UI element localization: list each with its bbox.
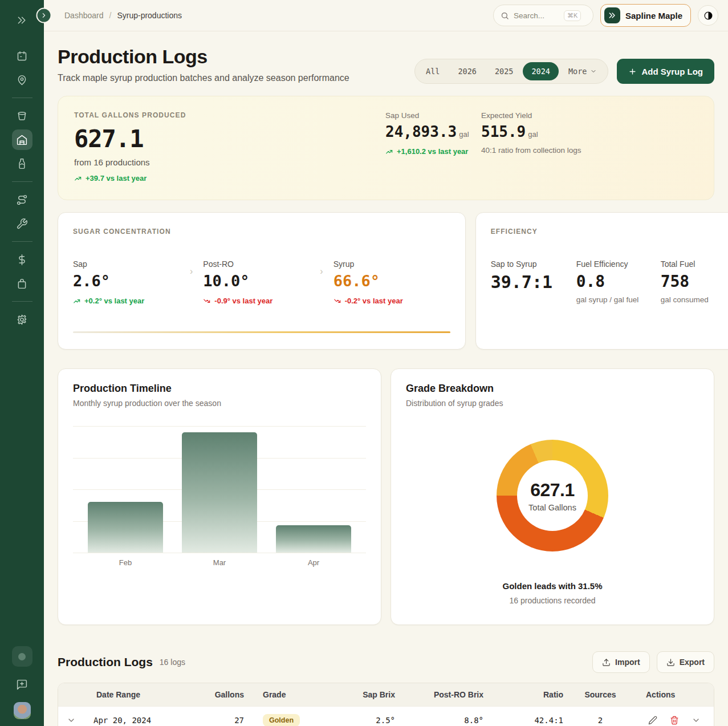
search-input[interactable]: [514, 11, 559, 20]
row-expand-chevron-icon[interactable]: [64, 713, 78, 726]
cell-date-range: Apr 20, 2024: [84, 716, 198, 725]
sidebar-item-bucket[interactable]: [12, 106, 32, 126]
breadcrumb-separator: /: [109, 11, 112, 20]
grade-caption-sub: 16 productions recorded: [510, 596, 596, 605]
sugar-postro-name: Post-RO: [203, 259, 320, 269]
total-gallons-value: 627.1: [74, 125, 385, 153]
filter-2024[interactable]: 2024: [523, 62, 559, 80]
trend-text: +1,610.2 vs last year: [397, 147, 468, 156]
download-icon: [666, 658, 675, 667]
filter-more[interactable]: More: [560, 62, 605, 80]
feedback-button[interactable]: [12, 674, 32, 695]
user-avatar[interactable]: [14, 702, 31, 719]
cell-post-ro-brix: 8.8°: [398, 716, 486, 725]
grade-breakdown-card: Grade Breakdown Distribution of syrup gr…: [391, 368, 714, 625]
route-icon: [16, 194, 28, 206]
sidebar-item-sales[interactable]: [12, 249, 32, 270]
status-tile[interactable]: [12, 646, 32, 667]
sidebar-collapse-icon[interactable]: [12, 10, 32, 30]
trash-icon[interactable]: [668, 713, 681, 726]
search-icon: [501, 11, 509, 20]
total-gallons-label: TOTAL GALLONS PRODUCED: [74, 111, 385, 119]
sidebar-divider: [12, 241, 32, 242]
calendar-icon: [16, 50, 28, 62]
efficiency-card-label: EFFICIENCY: [491, 228, 728, 236]
cell-grade: Golden: [247, 714, 338, 726]
trend-text: -0.9° vs last year: [214, 297, 273, 305]
sugar-sap-trend: +0.2° vs last year: [73, 297, 190, 305]
col-gallons[interactable]: Gallons: [198, 690, 247, 699]
trending-up-icon: [74, 175, 82, 182]
sidebar: [0, 0, 44, 726]
sidebar-divider: [12, 301, 32, 302]
topbar: Dashboard / Syrup-productions ⌘K Sapline…: [44, 0, 728, 31]
sap-used-label: Sap Used: [385, 111, 481, 120]
trend-text: +39.7 vs last year: [86, 174, 147, 182]
brand-button[interactable]: Sapline Maple: [600, 4, 691, 27]
upload-icon: [602, 658, 611, 667]
donut-chart[interactable]: 627.1 Total Gallons: [497, 440, 608, 551]
sidebar-item-wrench[interactable]: [12, 213, 32, 234]
col-date-range[interactable]: Date Range: [84, 690, 198, 699]
logs-table-body: Apr 20, 2024 27 Golden 2.5° 8.8° 42.4:1 …: [58, 706, 714, 726]
cell-sap-brix: 2.5°: [338, 716, 398, 725]
col-sources[interactable]: Sources: [566, 690, 635, 699]
logs-table-header: Date Range Gallons Grade Sap Brix Post-R…: [58, 683, 714, 706]
logs-table: Date Range Gallons Grade Sap Brix Post-R…: [58, 683, 714, 726]
bar-chart: [73, 426, 366, 553]
sidebar-expand-button[interactable]: [36, 8, 52, 23]
trend-text: -0.2° vs last year: [345, 297, 403, 305]
trending-up-icon: [385, 148, 393, 156]
bar-feb[interactable]: [88, 502, 163, 553]
summary-card: TOTAL GALLONS PRODUCED 627.1 from 16 pro…: [58, 96, 714, 200]
page-title: Production Logs: [58, 46, 349, 68]
breadcrumb-current: Syrup-productions: [117, 11, 182, 20]
edit-pencil-icon[interactable]: [646, 713, 660, 726]
wrench-icon: [16, 218, 28, 230]
timeline-subtitle: Monthly syrup production over the season: [73, 399, 366, 408]
table-row: Apr 20, 2024 27 Golden 2.5° 8.8° 42.4:1 …: [58, 706, 714, 726]
bar-apr[interactable]: [276, 525, 351, 553]
col-post-ro-brix[interactable]: Post-RO Brix: [398, 690, 486, 699]
expected-yield-number: 515.9: [481, 123, 526, 140]
theme-toggle-button[interactable]: [698, 5, 718, 26]
donut-center: 627.1 Total Gallons: [517, 460, 588, 531]
sugarhouse-icon: [16, 134, 28, 146]
filter-2026[interactable]: 2026: [449, 62, 485, 80]
sap-used-trend: +1,610.2 vs last year: [385, 147, 481, 156]
filter-all[interactable]: All: [417, 62, 448, 80]
sugar-syrup-value: 66.6°: [334, 272, 450, 290]
axis-label-mar: Mar: [182, 558, 257, 567]
col-sap-brix[interactable]: Sap Brix: [338, 690, 398, 699]
page-subtitle: Track maple syrup production batches and…: [58, 73, 349, 83]
sidebar-item-route[interactable]: [12, 189, 32, 210]
logs-section-title: Production Logs: [58, 655, 153, 669]
total-gallons-sub: from 16 productions: [74, 157, 385, 167]
search-shortcut: ⌘K: [564, 10, 581, 21]
logs-count: 16 logs: [160, 658, 185, 667]
breadcrumb-parent[interactable]: Dashboard: [64, 11, 104, 20]
axis-label-feb: Feb: [88, 558, 163, 567]
import-button[interactable]: Import: [592, 651, 650, 673]
sidebar-item-bottle[interactable]: [12, 153, 32, 174]
bottle-icon: [16, 158, 28, 170]
add-syrup-log-button[interactable]: Add Syrup Log: [617, 59, 715, 84]
sidebar-item-map-pin[interactable]: [12, 70, 32, 90]
col-ratio[interactable]: Ratio: [486, 690, 566, 699]
sidebar-item-settings[interactable]: [12, 309, 32, 330]
bar-mar[interactable]: [182, 432, 257, 553]
expected-yield-label: Expected Yield: [481, 111, 698, 120]
status-dot: [18, 653, 26, 660]
cell-actions: [635, 713, 714, 726]
sidebar-item-shop[interactable]: [12, 273, 32, 294]
filter-2025[interactable]: 2025: [486, 62, 522, 80]
trending-down-icon: [203, 297, 211, 305]
sidebar-item-calendar[interactable]: [12, 46, 32, 66]
export-button[interactable]: Export: [657, 651, 714, 673]
search-box[interactable]: ⌘K: [493, 5, 593, 26]
row-chevron-down-icon[interactable]: [689, 713, 703, 726]
col-grade[interactable]: Grade: [247, 690, 338, 699]
brand-name: Sapline Maple: [625, 11, 682, 21]
sidebar-item-sugarhouse[interactable]: [12, 129, 32, 150]
add-syrup-log-label: Add Syrup Log: [642, 67, 703, 76]
